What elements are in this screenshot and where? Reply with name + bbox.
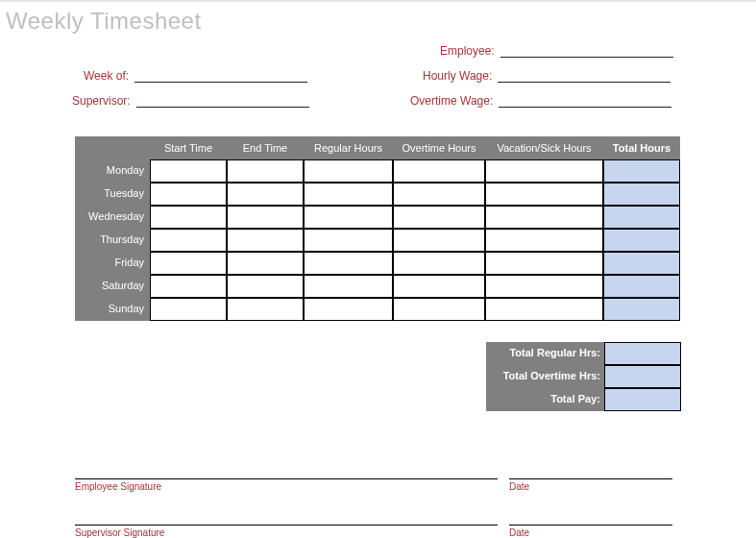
mon-start[interactable] (150, 159, 227, 183)
signature-block: Employee Signature Date Supervisor Signa… (0, 478, 756, 538)
page-title: Weekly Timesheet (0, 2, 756, 37)
summary-block: Total Regular Hrs: Total Overtime Hrs: T… (486, 342, 756, 411)
employee-signature-line[interactable]: Employee Signature (75, 478, 498, 492)
employee-signature-date-line[interactable]: Date (509, 478, 672, 492)
tue-regular[interactable] (304, 183, 393, 206)
tue-end[interactable] (227, 183, 304, 206)
row-sat: Saturday (75, 275, 150, 298)
hourly-wage-label: Hourly Wage: (423, 69, 498, 83)
fri-vacation[interactable] (485, 252, 603, 275)
fri-total (603, 252, 680, 275)
row-thu: Thursday (75, 229, 150, 252)
total-overtime-label: Total Overtime Hrs: (486, 365, 604, 388)
tue-start[interactable] (150, 183, 227, 206)
mon-vacation[interactable] (485, 159, 603, 183)
supervisor-signature-line[interactable]: Supervisor Signature (75, 525, 498, 538)
sat-total (603, 275, 680, 298)
header-corner (75, 136, 150, 159)
tue-vacation[interactable] (485, 183, 603, 206)
row-wed: Wednesday (75, 206, 150, 229)
thu-regular[interactable] (304, 229, 393, 252)
sat-end[interactable] (227, 275, 304, 298)
row-mon: Monday (75, 159, 150, 183)
thu-overtime[interactable] (393, 229, 485, 252)
row-sun: Sunday (75, 298, 150, 321)
tue-overtime[interactable] (393, 183, 485, 206)
mon-total (603, 159, 680, 183)
thu-vacation[interactable] (485, 229, 603, 252)
mon-end[interactable] (227, 159, 304, 183)
sun-vacation[interactable] (485, 298, 603, 321)
supervisor-signature-date-line[interactable]: Date (509, 525, 672, 538)
sun-end[interactable] (227, 298, 304, 321)
tue-total (603, 183, 680, 206)
overtime-wage-input[interactable] (499, 94, 671, 108)
supervisor-signature-label: Supervisor Signature (75, 527, 164, 538)
wed-overtime[interactable] (393, 206, 485, 229)
mon-regular[interactable] (304, 159, 393, 183)
wed-regular[interactable] (304, 206, 393, 229)
sun-total (603, 298, 680, 321)
total-pay-label: Total Pay: (486, 388, 604, 411)
col-vacation-sick: Vacation/Sick Hours (485, 136, 603, 159)
week-of-label: Week of: (84, 69, 134, 83)
overtime-wage-label: Overtime Wage: (410, 94, 499, 108)
timesheet-table: Start Time End Time Regular Hours Overti… (75, 136, 680, 321)
hourly-wage-input[interactable] (498, 69, 671, 83)
info-block: Employee: Week of: Hourly Wage: Supervis… (0, 37, 756, 123)
row-tue: Tuesday (75, 183, 150, 206)
fri-regular[interactable] (304, 252, 393, 275)
col-total-hours: Total Hours (603, 136, 680, 159)
sat-overtime[interactable] (393, 275, 485, 298)
wed-start[interactable] (150, 206, 227, 229)
supervisor-label: Supervisor: (72, 94, 136, 108)
employee-input[interactable] (500, 44, 673, 58)
sat-start[interactable] (150, 275, 227, 298)
mon-overtime[interactable] (393, 159, 485, 183)
week-of-input[interactable] (134, 69, 307, 83)
wed-total (603, 206, 680, 229)
col-end-time: End Time (227, 136, 304, 159)
thu-start[interactable] (150, 229, 227, 252)
total-overtime-value (604, 365, 681, 388)
col-start-time: Start Time (150, 136, 227, 159)
employee-signature-label: Employee Signature (75, 481, 161, 492)
fri-end[interactable] (227, 252, 304, 275)
sat-vacation[interactable] (485, 275, 603, 298)
col-regular-hours: Regular Hours (304, 136, 393, 159)
thu-total (603, 229, 680, 252)
supervisor-signature-date-label: Date (509, 527, 529, 538)
sun-regular[interactable] (304, 298, 393, 321)
wed-end[interactable] (227, 206, 304, 229)
fri-start[interactable] (150, 252, 227, 275)
total-regular-value (604, 342, 681, 365)
thu-end[interactable] (227, 229, 304, 252)
wed-vacation[interactable] (485, 206, 603, 229)
sun-overtime[interactable] (393, 298, 485, 321)
sat-regular[interactable] (304, 275, 393, 298)
total-regular-label: Total Regular Hrs: (486, 342, 604, 365)
supervisor-input[interactable] (136, 94, 309, 108)
sun-start[interactable] (150, 298, 227, 321)
fri-overtime[interactable] (393, 252, 485, 275)
total-pay-value (604, 388, 681, 411)
col-overtime-hours: Overtime Hours (393, 136, 485, 159)
employee-signature-date-label: Date (509, 481, 529, 492)
row-fri: Friday (75, 252, 150, 275)
employee-label: Employee: (440, 44, 500, 58)
